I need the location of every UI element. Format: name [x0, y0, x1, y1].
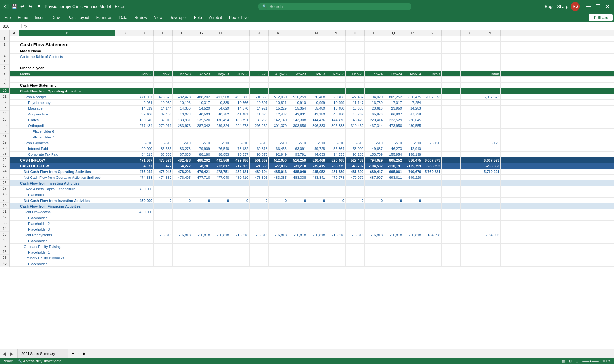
table-row[interactable]: Debt Repayments-16,818-16,818-16,818-16,…	[10, 232, 614, 238]
menu-view[interactable]: View	[151, 14, 166, 21]
window-controls[interactable]: — ❐ ✕	[584, 4, 611, 10]
row-num-6[interactable]: 6	[0, 65, 9, 70]
table-row[interactable]: Ordinary Equity Buybacks	[10, 255, 614, 261]
col-header-V[interactable]: V	[480, 30, 501, 36]
table-row[interactable]: Orthopedic277,434279,911283,973287,34228…	[10, 123, 614, 129]
col-header-P[interactable]: P	[365, 30, 384, 36]
table-row[interactable]: Net Cash Flow from Operating Activities …	[10, 175, 614, 180]
col-header-J[interactable]: J	[250, 30, 269, 36]
table-row[interactable]: Physiotherapy9,96110,05010,19610,31710,3…	[10, 100, 614, 106]
menu-formulas[interactable]: Formulas	[93, 14, 116, 21]
menu-draw[interactable]: Draw	[48, 14, 64, 21]
col-header-B[interactable]: B	[19, 30, 115, 36]
row-num-35[interactable]: 35	[0, 232, 9, 237]
table-row[interactable]: MonthJan-23Feb-23Mar-23Apr-23May-23Jun-2…	[10, 71, 614, 77]
row-num-12[interactable]: 12	[0, 99, 9, 105]
menu-page-layout[interactable]: Page Layout	[64, 14, 92, 21]
row-num-26[interactable]: 26	[0, 180, 9, 186]
row-num-16[interactable]: 16	[0, 122, 9, 128]
table-row[interactable]: Model Name	[10, 48, 614, 54]
table-row[interactable]: Pilates130,846132,015133,931135,520136,4…	[10, 117, 614, 123]
row-num-30[interactable]: 30	[0, 203, 9, 209]
row-num-33[interactable]: 33	[0, 220, 9, 226]
table-row[interactable]: Net Cash Flow from Operating Activities4…	[10, 169, 614, 175]
row-num-22[interactable]: 22	[0, 157, 9, 162]
view-normal-icon[interactable]: ▦	[562, 359, 565, 363]
row-num-25[interactable]: 25	[0, 174, 9, 180]
table-row[interactable]: Placeholder 2	[10, 221, 614, 226]
col-header-N[interactable]: N	[326, 30, 346, 36]
col-header-S[interactable]: S	[422, 30, 442, 36]
search-input[interactable]	[269, 4, 397, 9]
customize-icon[interactable]: ▼	[36, 3, 42, 10]
row-num-28[interactable]: 28	[0, 191, 9, 197]
table-row[interactable]: Debt Drawdowns-450,000	[10, 209, 614, 215]
table-row[interactable]	[10, 59, 614, 65]
row-num-40[interactable]: 40	[0, 260, 9, 266]
col-header-M[interactable]: M	[307, 30, 326, 36]
col-header-K[interactable]: K	[269, 30, 288, 36]
table-row[interactable]: Placeholder 7	[10, 134, 614, 140]
redo-icon[interactable]: ↪	[28, 3, 34, 10]
col-header-C[interactable]: C	[115, 30, 134, 36]
col-header-U[interactable]: U	[461, 30, 480, 36]
table-row[interactable]	[10, 36, 614, 42]
cell-reference[interactable]: B10	[3, 24, 22, 28]
more-sheets-button[interactable]: ···	[77, 352, 83, 356]
table-row[interactable]: Placeholder 1	[10, 249, 614, 255]
restore-button[interactable]: ❐	[594, 4, 602, 10]
row-num-20[interactable]: 20	[0, 145, 9, 151]
row-num-15[interactable]: 15	[0, 116, 9, 122]
tab-prev-button[interactable]: ◀	[1, 351, 7, 357]
col-header-F[interactable]: F	[173, 30, 192, 36]
menu-insert[interactable]: Insert	[32, 14, 48, 21]
table-row[interactable]: Placeholder 6	[10, 129, 614, 134]
table-row[interactable]: Placeholder 1	[10, 238, 614, 244]
table-row[interactable]: Go to the Table of Contents	[10, 54, 614, 59]
row-num-36[interactable]: 36	[0, 237, 9, 243]
table-row[interactable]: CASH INFLOW471,367475,576482,478488,2024…	[10, 157, 614, 163]
col-header-I[interactable]: I	[230, 30, 250, 36]
table-row[interactable]: Cash Receipts471,367475,576482,478488,20…	[10, 94, 614, 100]
col-header-Q[interactable]: Q	[384, 30, 403, 36]
sheet-tab-nav[interactable]: ◀ ▶	[1, 351, 15, 357]
col-header-O[interactable]: O	[346, 30, 365, 36]
row-num-39[interactable]: 39	[0, 255, 9, 260]
menu-developer[interactable]: Developer	[166, 14, 190, 21]
col-header-A[interactable]: A	[10, 30, 19, 36]
row-num-38[interactable]: 38	[0, 249, 9, 255]
menu-help[interactable]: Help	[191, 14, 205, 21]
zoom-slider[interactable]: ——●——	[582, 359, 599, 363]
add-sheet-button[interactable]: +	[69, 351, 77, 357]
row-num-4[interactable]: 4	[0, 53, 9, 59]
table-row[interactable]: Cash Flow from Investing Activities	[10, 180, 614, 186]
row-num-37[interactable]: 37	[0, 243, 9, 249]
row-num-11[interactable]: 11	[0, 93, 9, 99]
close-button[interactable]: ✕	[603, 4, 611, 10]
table-row[interactable]: Interest Paid90,00086,63683,27379,90976,…	[10, 146, 614, 152]
row-num-34[interactable]: 34	[0, 226, 9, 232]
table-row[interactable]: Ordinary Equity Raisings	[10, 244, 614, 249]
table-row[interactable]: Placeholder 3	[10, 226, 614, 232]
undo-icon[interactable]: ↩	[19, 3, 26, 10]
table-row[interactable]	[10, 77, 614, 83]
table-row[interactable]: Fixed Assets Capital Expenditure450,000	[10, 186, 614, 192]
table-row[interactable]: Placeholder 1	[10, 192, 614, 198]
row-num-27[interactable]: 27	[0, 186, 9, 191]
minimize-button[interactable]: —	[584, 4, 593, 10]
row-num-1[interactable]: 1	[0, 36, 9, 42]
menu-data[interactable]: Data	[116, 14, 131, 21]
save-icon[interactable]: 💾	[11, 3, 17, 10]
col-header-D[interactable]: D	[134, 30, 154, 36]
table-row[interactable]: Placeholder 1	[10, 215, 614, 221]
table-row[interactable]: Cash Flow from Financing Activities	[10, 203, 614, 209]
row-num-9[interactable]: 9	[0, 82, 9, 88]
col-header-E[interactable]: E	[154, 30, 173, 36]
table-row[interactable]: Net Cash Flow from Investing Activities4…	[10, 198, 614, 203]
tab-next-button[interactable]: ▶	[9, 351, 15, 357]
col-header-G[interactable]: G	[192, 30, 211, 36]
row-num-21[interactable]: 21	[0, 151, 9, 157]
view-page-icon[interactable]: ⊟	[576, 359, 578, 363]
menu-file[interactable]: File	[1, 14, 14, 21]
col-header-L[interactable]: L	[288, 30, 307, 36]
